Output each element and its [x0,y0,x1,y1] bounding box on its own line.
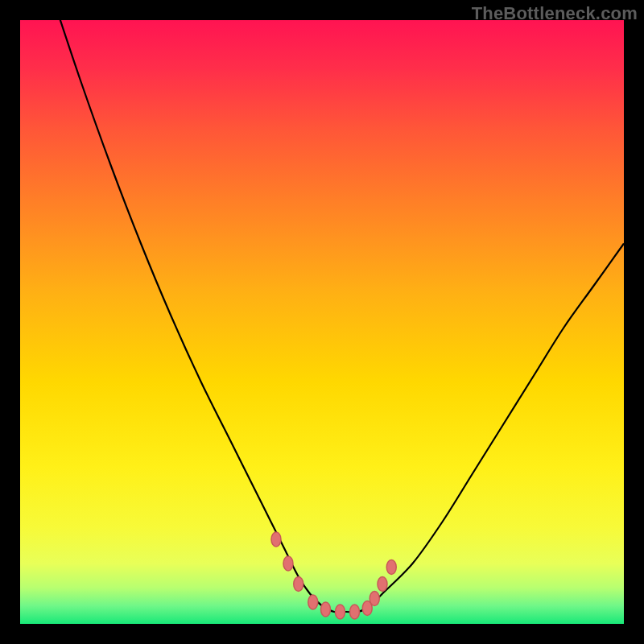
curve-marker [271,532,281,547]
chart-frame: TheBottleneck.com [0,0,644,644]
curve-layer [20,20,624,624]
marker-group [271,532,396,619]
curve-marker [294,577,303,592]
watermark-text: TheBottleneck.com [472,3,638,24]
curve-marker [321,602,331,617]
curve-marker [386,560,396,575]
curve-marker [336,605,345,619]
curve-marker [378,577,387,592]
bottleneck-curve [51,20,625,613]
curve-marker [369,592,379,606]
plot-area [20,20,624,624]
curve-marker [350,605,360,619]
curve-marker [308,595,318,609]
curve-marker [283,556,293,571]
